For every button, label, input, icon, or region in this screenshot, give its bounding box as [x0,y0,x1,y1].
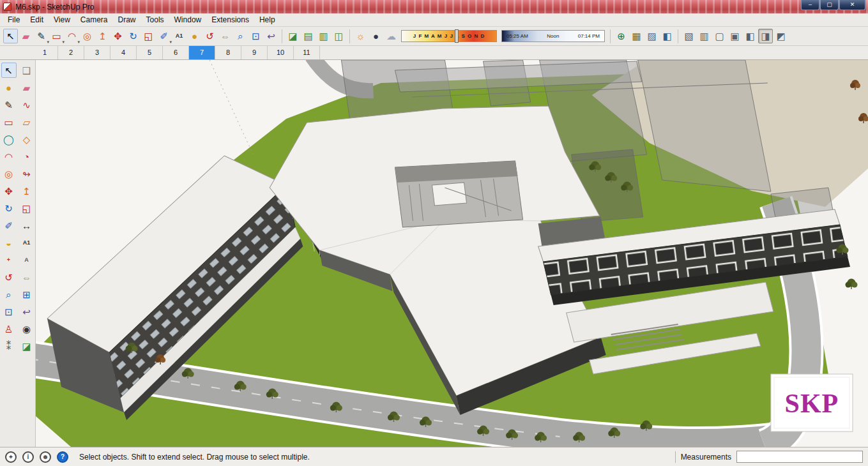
style-wireframe-icon[interactable]: ▢ [712,29,727,43]
zoom-window-tool[interactable]: ⊞ [19,287,34,302]
scene-tab-7[interactable]: 7 [189,46,215,59]
dimension-tool[interactable]: ↔ [19,218,34,233]
shadow-settings-icon[interactable]: ☼ [353,29,368,43]
eraser-tool[interactable]: ▰ [19,80,34,95]
previous-view-tool[interactable]: ↩ [19,304,34,319]
menu-file[interactable]: File [3,14,25,26]
line-tool[interactable]: ✎ [1,97,17,112]
paint-bucket-tool[interactable]: ● [1,80,17,95]
scene-tab-2[interactable]: 2 [58,46,84,59]
zoom-tool-icon[interactable]: ⌕ [233,29,248,43]
shapes-tool-icon[interactable]: ▭ [49,29,64,43]
display-section-planes-icon[interactable]: ▤ [301,29,316,43]
orbit-tool-icon[interactable]: ↺ [202,29,217,43]
rectangle-tool[interactable]: ▭ [1,114,17,130]
polygon-tool[interactable]: ◇ [19,132,34,147]
push-pull-tool[interactable]: ↥ [19,183,34,199]
select-tool[interactable]: ↖ [1,63,17,78]
zoom-extents-tool[interactable]: ⊡ [1,304,17,319]
scale-tool-icon[interactable]: ◱ [141,29,156,43]
offset-tool-icon[interactable]: ◎ [80,29,95,43]
protractor-tool[interactable]: ◒ [1,235,17,250]
pan-tool-icon[interactable]: ⇔ [218,29,232,43]
axes-tool[interactable]: + [1,252,17,267]
eraser-tool-icon[interactable]: ▰ [19,29,33,43]
section-fill-icon[interactable]: ◫ [331,29,346,43]
style-shaded-textures-icon[interactable]: ◨ [758,29,773,43]
shadow-time-slider[interactable]: 05:25 AM Noon 07:14 PM [501,30,605,42]
style-monochrome-icon[interactable]: ◩ [773,29,788,43]
close-button[interactable]: ✕ [839,0,865,10]
previous-view-tool-icon[interactable]: ↩ [264,29,278,43]
select-tool-icon[interactable]: ↖ [3,29,18,43]
tape-measure-tool-icon[interactable]: ✐ [156,29,171,43]
follow-me-tool[interactable]: ↬ [19,166,34,181]
look-around-tool[interactable]: ◉ [19,321,34,336]
credits-icon[interactable]: i [22,451,34,463]
scene-tab-8[interactable]: 8 [215,46,241,59]
dimension-text-tool-icon[interactable]: A1 [172,29,187,43]
style-shaded-icon[interactable]: ◧ [743,29,758,43]
toggle-terrain-icon[interactable]: ▦ [629,29,644,43]
scene-tab-5[interactable]: 5 [137,46,163,59]
section-plane-tool[interactable]: ◪ [19,338,34,354]
maximize-button[interactable]: ▢ [820,0,839,10]
menu-view[interactable]: View [49,14,75,26]
scene-tab-11[interactable]: 11 [294,46,320,59]
display-section-cuts-icon[interactable]: ▥ [316,29,331,43]
position-camera-tool[interactable]: ♙ [1,321,17,336]
rotated-rectangle-tool[interactable]: ▱ [19,114,34,130]
geolocation-icon[interactable]: ⌖ [5,451,17,463]
model-viewport[interactable]: SKP [36,60,868,447]
menu-help[interactable]: Help [254,14,280,26]
style-xray-icon[interactable]: ▧ [681,29,696,43]
pie-tool[interactable]: ◔ [19,149,34,164]
menu-draw[interactable]: Draw [113,14,141,26]
preview-model-icon[interactable]: ◧ [660,29,674,43]
zoom-extents-tool-icon[interactable]: ⊡ [248,29,263,43]
minimize-button[interactable]: – [801,0,819,10]
measurements-input[interactable] [736,451,863,463]
help-icon[interactable]: ? [57,451,68,463]
style-hidden-line-icon[interactable]: ▣ [727,29,742,43]
section-plane-tool-icon[interactable]: ◪ [286,29,300,43]
paint-bucket-tool-icon[interactable]: ● [187,29,202,43]
sign-in-icon[interactable]: ☻ [40,451,51,463]
fog-toggle-icon[interactable]: ☁ [384,29,399,43]
offset-tool[interactable]: ◎ [1,166,17,181]
scene-tab-6[interactable]: 6 [163,46,189,59]
move-tool-icon[interactable]: ✥ [110,29,125,43]
pan-tool[interactable]: ⇔ [19,269,34,285]
text-tool[interactable]: A1 [19,235,34,250]
photo-textures-icon[interactable]: ▨ [644,29,659,43]
scene-tab-10[interactable]: 10 [268,46,294,59]
menu-edit[interactable]: Edit [25,14,49,26]
arc-tool[interactable]: ◠ [1,149,17,164]
scene-tab-3[interactable]: 3 [84,46,110,59]
shadow-date-slider[interactable]: J F M A M J J A S O N D [401,30,497,42]
zoom-tool[interactable]: ⌕ [1,287,17,302]
menu-window[interactable]: Window [169,14,207,26]
freehand-tool[interactable]: ∿ [19,97,34,112]
style-back-edges-icon[interactable]: ▥ [697,29,712,43]
tape-measure-tool[interactable]: ✐ [1,218,17,233]
arc-tool-icon[interactable]: ◠ [65,29,79,43]
menu-extensions[interactable]: Extensions [206,14,254,26]
scene-tab-4[interactable]: 4 [110,46,137,59]
move-tool[interactable]: ✥ [1,183,17,199]
menu-tools[interactable]: Tools [141,14,169,26]
3d-text-tool[interactable]: A [19,252,34,267]
rotate-tool-icon[interactable]: ↻ [126,29,141,43]
add-location-icon[interactable]: ⊕ [614,29,628,43]
push-pull-tool-icon[interactable]: ↥ [95,29,110,43]
scene-tab-9[interactable]: 9 [241,46,268,59]
walk-tool[interactable]: ⁑ [1,338,17,354]
make-component-tool[interactable]: ❑ [19,63,34,78]
line-tool-icon[interactable]: ✎ [34,29,49,43]
scale-tool[interactable]: ◱ [19,200,34,216]
shadow-toggle-icon[interactable]: ● [369,29,383,43]
menu-camera[interactable]: Camera [75,14,113,26]
scene-tab-1[interactable]: 1 [32,46,58,59]
circle-tool[interactable]: ◯ [1,132,17,147]
orbit-tool[interactable]: ↺ [1,269,17,285]
